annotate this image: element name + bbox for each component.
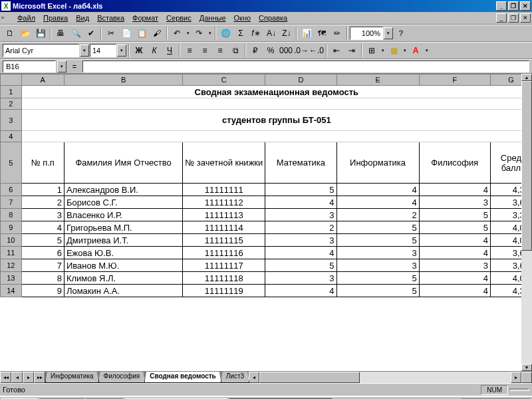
size-combo[interactable]: 14	[90, 44, 116, 57]
underline-button[interactable]: Ч	[162, 44, 177, 58]
zoom-combo[interactable]: 100%	[350, 27, 383, 40]
help-button[interactable]: ？	[394, 27, 408, 41]
dec-decimal-button[interactable]: ←.0	[309, 44, 324, 58]
title2[interactable]: студентов группы БТ-051	[21, 110, 531, 131]
row-head[interactable]: 9	[1, 221, 22, 234]
fill-color-button[interactable]: ▦	[386, 44, 401, 58]
minimize-button[interactable]: _	[496, 1, 507, 11]
cell[interactable]: 6	[21, 247, 64, 259]
cell[interactable]: 4	[336, 196, 419, 209]
cell[interactable]: 5	[265, 259, 336, 272]
tab-last-button[interactable]: ▸▸	[34, 372, 45, 383]
cell[interactable]: 2	[336, 209, 419, 221]
cell[interactable]: Иванов М.Ю.	[64, 259, 182, 272]
drawing-button[interactable]: ✏	[330, 27, 344, 41]
grid[interactable]: A B C D E F G 1Сводная экзаменационная в…	[0, 74, 532, 297]
cell[interactable]: 4	[336, 184, 419, 196]
header-n[interactable]: № п.п	[21, 142, 64, 184]
cell[interactable]	[21, 131, 531, 142]
row-head[interactable]: 5	[1, 142, 22, 184]
redo-button[interactable]: ↷	[192, 27, 206, 41]
header-inf[interactable]: Информатика	[336, 142, 419, 184]
menu-data[interactable]: Данные	[196, 13, 230, 23]
cell[interactable]: 4	[265, 196, 336, 209]
cell[interactable]: 2	[21, 196, 64, 209]
borders-dropdown[interactable]: ▾	[380, 48, 386, 53]
cell[interactable]: 11111113	[183, 209, 265, 221]
size-dropdown[interactable]: ▾	[117, 45, 126, 57]
cell[interactable]: 1	[21, 184, 64, 196]
row-head[interactable]: 7	[1, 196, 22, 209]
undo-button[interactable]: ↶	[170, 27, 184, 41]
cell[interactable]: 5	[419, 209, 490, 221]
doc-close-button[interactable]: ✕	[520, 13, 531, 23]
spellcheck-button[interactable]: ✔	[84, 27, 98, 41]
cell[interactable]: 11111118	[183, 272, 265, 285]
header-math[interactable]: Математика	[265, 142, 336, 184]
cell[interactable]: 5	[21, 234, 64, 247]
italic-button[interactable]: К	[147, 44, 162, 58]
font-color-button[interactable]: A	[408, 44, 423, 58]
cell[interactable]: Ежова Ю.В.	[64, 247, 182, 259]
font-combo[interactable]: Arial Cyr	[3, 44, 79, 57]
merge-button[interactable]: ⧉	[228, 44, 243, 58]
cell[interactable]: 4	[419, 285, 490, 297]
hyperlink-button[interactable]: 🌐	[218, 27, 233, 41]
redo-dropdown[interactable]: ▾	[207, 31, 213, 36]
cell[interactable]: 3	[419, 259, 490, 272]
menu-edit[interactable]: Правка	[39, 13, 72, 23]
sheet-tab[interactable]: Сводная ведомость	[144, 372, 221, 383]
cell[interactable]	[21, 98, 531, 110]
menu-help[interactable]: Справка	[255, 13, 291, 23]
cell[interactable]: Дмитриева И.Т.	[64, 234, 182, 247]
cell[interactable]: 11111119	[183, 285, 265, 297]
cell[interactable]: 5	[336, 234, 419, 247]
cell[interactable]: 9	[21, 285, 64, 297]
bold-button[interactable]: Ж	[132, 44, 146, 58]
cell[interactable]: 7	[21, 259, 64, 272]
doc-minimize-button[interactable]: _	[496, 13, 507, 23]
function-button[interactable]: f∗	[249, 27, 263, 41]
col-head-B[interactable]: B	[64, 74, 182, 86]
cell[interactable]: 3	[21, 209, 64, 221]
cell[interactable]: 3	[336, 259, 419, 272]
cell[interactable]: Власенко И.Р.	[64, 209, 182, 221]
cell[interactable]: Климов Я.Л.	[64, 272, 182, 285]
cell[interactable]: 11111112	[183, 196, 265, 209]
open-button[interactable]: 📂	[18, 27, 33, 41]
undo-dropdown[interactable]: ▾	[185, 31, 191, 36]
format-painter-button[interactable]: 🖌	[150, 27, 164, 41]
cell[interactable]: 11111114	[183, 221, 265, 234]
paste-button[interactable]: 📋	[134, 27, 149, 41]
row-head[interactable]: 14	[1, 285, 22, 297]
close-button[interactable]: ✕	[520, 1, 531, 11]
tab-next-button[interactable]: ▸	[23, 372, 34, 383]
new-button[interactable]: 🗋	[3, 27, 17, 41]
cell[interactable]: 5	[336, 221, 419, 234]
cell[interactable]: 3	[419, 196, 490, 209]
header-id[interactable]: № зачетной книжки	[183, 142, 265, 184]
chart-button[interactable]: 📊	[299, 27, 314, 41]
header-phil[interactable]: Филисофия	[419, 142, 490, 184]
cell[interactable]: Ломакин А.А.	[64, 285, 182, 297]
cell[interactable]: 4	[419, 234, 490, 247]
menu-tools[interactable]: Сервис	[162, 13, 196, 23]
save-button[interactable]: 💾	[33, 27, 48, 41]
doc-restore-button[interactable]: ❐	[508, 13, 519, 23]
formula-input[interactable]	[82, 61, 529, 72]
cell[interactable]: 5	[265, 184, 336, 196]
row-head[interactable]: 11	[1, 247, 22, 259]
cell[interactable]: 2	[265, 221, 336, 234]
row-head[interactable]: 13	[1, 272, 22, 285]
cell[interactable]: 5	[336, 285, 419, 297]
scroll-up-button[interactable]: ▴	[521, 74, 532, 81]
sheet-tab[interactable]: Информатика	[45, 372, 99, 383]
vertical-scrollbar[interactable]: ▴ ▾	[521, 74, 532, 371]
cell[interactable]: 3	[265, 272, 336, 285]
tab-prev-button[interactable]: ◂	[11, 372, 23, 383]
cell[interactable]: 4	[21, 221, 64, 234]
align-center-button[interactable]: ≡	[198, 44, 212, 58]
cell-reference[interactable]: B16	[3, 61, 56, 72]
col-head-A[interactable]: A	[21, 74, 64, 86]
restore-button[interactable]: ❐	[508, 1, 519, 11]
